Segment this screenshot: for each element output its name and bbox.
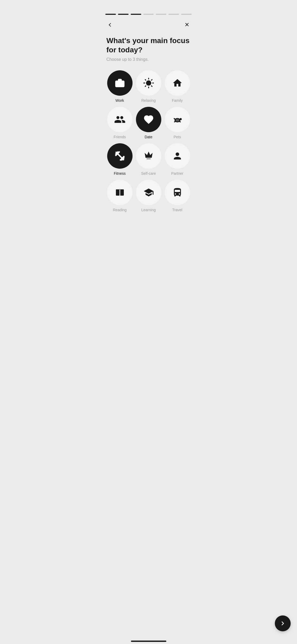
option-pets[interactable]: Pets [164,107,191,139]
option-label-friends: Friends [114,135,126,139]
svg-point-12 [180,118,182,120]
progress-segment-7 [181,14,192,15]
option-relaxing[interactable]: Relaxing [135,70,162,103]
option-friends[interactable]: Friends [106,107,133,139]
svg-line-10 [151,80,152,80]
option-fitness[interactable]: Fitness [106,143,133,176]
progress-bar [99,14,198,15]
option-label-travel: Travel [172,208,182,212]
option-circle-travel [165,180,190,205]
option-circle-date [136,107,161,132]
option-label-partner: Partner [171,171,183,176]
option-label-work: Work [115,98,124,103]
svg-rect-0 [115,81,124,87]
progress-segment-1 [105,14,116,15]
option-circle-learning [136,180,161,205]
option-label-pets: Pets [173,135,181,139]
option-circle-relaxing [136,70,161,96]
navigation-bar: ✕ [99,16,198,34]
option-circle-work [107,70,133,96]
progress-segment-2 [118,14,129,15]
page-title: What's your main focus for today? [106,36,191,54]
svg-line-5 [145,80,146,80]
close-button[interactable]: ✕ [182,20,192,30]
svg-point-13 [176,119,179,122]
close-icon: ✕ [185,22,189,28]
option-partner[interactable]: Partner [164,143,191,176]
progress-segment-4 [143,14,154,15]
option-selfcare[interactable]: Self-care [135,143,162,176]
svg-rect-18 [120,189,124,195]
option-circle-fitness [107,143,133,169]
option-circle-reading [107,180,133,205]
option-date[interactable]: Date [135,107,162,139]
svg-line-6 [151,86,152,86]
option-label-learning: Learning [141,208,156,212]
options-grid: Work Relaxing [106,70,191,212]
option-circle-selfcare [136,143,161,169]
main-content: What's your main focus for today? Choose… [99,34,198,246]
option-circle-pets [165,107,190,132]
chevron-left-icon [109,23,112,27]
progress-segment-3 [131,14,141,15]
option-reading[interactable]: Reading [106,180,133,212]
option-learning[interactable]: Learning [135,180,162,212]
option-family[interactable]: Family [164,70,191,103]
option-circle-friends [107,107,133,132]
back-button[interactable] [105,20,115,30]
option-label-date: Date [145,135,153,139]
svg-line-9 [145,86,146,86]
svg-point-2 [146,81,151,85]
option-circle-family [165,70,190,96]
option-label-reading: Reading [113,208,126,212]
option-label-fitness: Fitness [114,171,126,176]
progress-segment-6 [168,14,179,15]
option-work[interactable]: Work [106,70,133,103]
page-subtitle: Choose up to 3 things. [106,57,191,62]
option-label-relaxing: Relaxing [141,98,155,103]
option-travel[interactable]: Travel [164,180,191,212]
option-label-selfcare: Self-care [141,171,156,176]
svg-rect-17 [116,189,119,195]
option-label-family: Family [172,98,183,103]
option-circle-partner [165,143,190,169]
progress-segment-5 [156,14,166,15]
status-bar [99,0,198,12]
